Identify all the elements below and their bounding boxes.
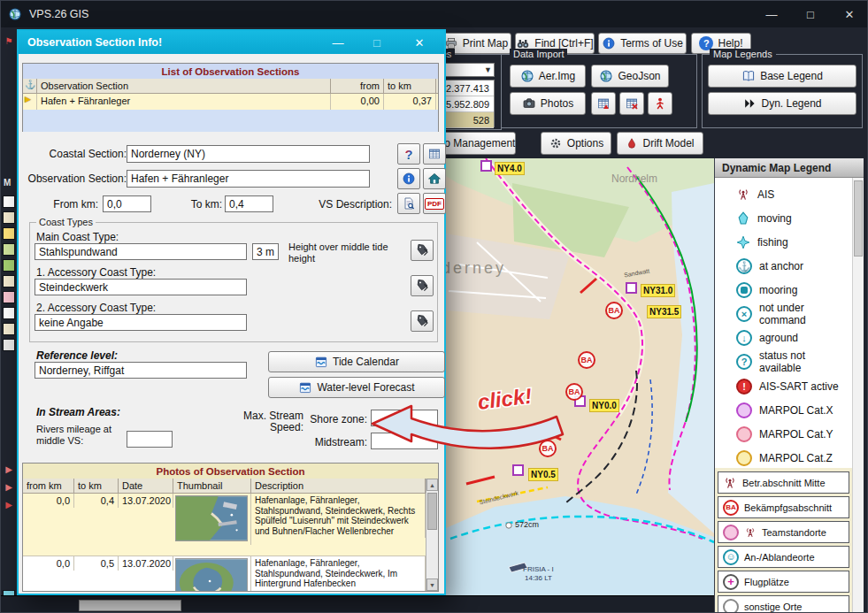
scroll-up-icon[interactable]: ▲ (426, 479, 438, 491)
photo-thumbnail[interactable] (173, 494, 251, 545)
photos-scrollbar-thumb[interactable] (427, 493, 437, 530)
vs-description-label: VS Description: (284, 198, 392, 211)
station-marker[interactable] (626, 282, 637, 294)
reference-level-input[interactable] (35, 362, 247, 379)
column-header[interactable]: from km (23, 479, 74, 493)
globe-icon (599, 69, 613, 83)
vs-description-doc-button[interactable] (397, 193, 420, 214)
left-toolbar-strip: ⚑ M ▶ ▶ ▶ (1, 27, 17, 613)
import-table-button[interactable] (591, 92, 616, 115)
left-strip-swatch (3, 211, 15, 224)
legend-item-label: at anchor (759, 260, 803, 272)
delete-table-button[interactable] (619, 92, 644, 115)
section-table-button[interactable] (423, 143, 446, 165)
window-maximize-button[interactable]: □ (791, 1, 830, 27)
column-header[interactable]: to km (384, 79, 436, 93)
options-button[interactable]: Options (541, 132, 611, 155)
tide-calendar-button[interactable]: Tide Calendar (268, 351, 445, 372)
terms-of-use-button[interactable]: Terms of Use (598, 33, 687, 54)
info-icon (402, 172, 416, 186)
aerial-image-button[interactable]: Aer.Img (510, 65, 586, 88)
height-input[interactable] (252, 243, 279, 260)
legend-item-label: MARPOL Cat.Y (759, 428, 833, 441)
options-label: Options (567, 137, 603, 149)
observation-section-input[interactable] (127, 170, 370, 188)
to-km-input[interactable] (225, 195, 273, 212)
photo-row[interactable]: 0,0 0,4 13.07.2020 Hafenanlage, Fähranle… (23, 494, 438, 556)
ba-marker[interactable]: BA (605, 302, 623, 319)
anchor-icon: ⚓ (736, 258, 752, 274)
station-label[interactable]: NY4.0 (495, 162, 525, 175)
accessory1-tags-button[interactable] (411, 275, 434, 296)
left-strip-swatch (3, 291, 15, 303)
section-info-button[interactable] (397, 168, 420, 189)
station-label[interactable]: NY0.0 (589, 399, 619, 412)
main-coast-type-input[interactable] (35, 243, 247, 260)
ba-marker[interactable]: BA (578, 351, 595, 369)
rivers-mileage-input[interactable] (127, 431, 173, 448)
accessory2-tags-button[interactable] (411, 310, 434, 332)
coastal-section-input[interactable] (127, 145, 370, 163)
team-circle-icon (723, 525, 739, 540)
shore-zone-input[interactable] (371, 410, 438, 426)
geojson-button[interactable]: GeoJson (591, 65, 669, 88)
coast-types-label: Coast Types (36, 217, 96, 227)
ba-marker[interactable]: BA (565, 383, 583, 401)
scroll-down-icon[interactable]: ▼ (426, 579, 438, 591)
app-globe-icon (8, 7, 22, 21)
aerial-photo-placeholder (175, 558, 248, 592)
legend-scrollbar-thumb[interactable] (854, 180, 863, 257)
window-title: VPS.26 GIS (29, 8, 88, 20)
photo-thumbnail[interactable] (173, 556, 251, 592)
photos-scrollbar[interactable]: ▲ ▼ (426, 479, 438, 591)
legend-item-label: Betr.abschnitt Mitte (742, 478, 826, 488)
marpol-x-icon (736, 402, 752, 418)
station-label[interactable]: NY0.5 (528, 468, 558, 481)
column-header[interactable]: Observation Section (37, 79, 331, 93)
legend-item-label: Flugplätze (744, 577, 789, 587)
photo-row[interactable]: 0,0 0,5 13.07.2020 Hafenanlage, Fähranle… (23, 556, 438, 592)
column-header[interactable]: to km (74, 479, 119, 493)
track-person-button[interactable] (648, 92, 672, 115)
column-header[interactable]: Description (251, 479, 426, 493)
window-close-button[interactable]: ✕ (830, 1, 868, 27)
accessory2-label: 2. Accessory Coast Type: (36, 302, 156, 314)
ba-circle-icon: BA (723, 500, 739, 516)
station-marker[interactable] (512, 464, 524, 476)
column-header[interactable]: Thumbnail (173, 479, 251, 493)
pdf-icon: PDF (425, 198, 444, 210)
dialog-minimize-button[interactable]: — (325, 34, 351, 51)
station-label[interactable]: NY31.0 (641, 284, 675, 297)
vs-description-pdf-button[interactable]: PDF (423, 193, 446, 214)
main-coast-tags-button[interactable] (411, 240, 434, 261)
photos-import-button[interactable]: Photos (510, 92, 586, 115)
legend-scrollbar[interactable] (852, 178, 864, 613)
gear-icon (549, 136, 563, 150)
ba-marker[interactable]: BA (539, 440, 557, 457)
from-km-input[interactable] (103, 195, 151, 212)
base-legend-button[interactable]: Base Legend (708, 65, 856, 88)
accessory1-input[interactable] (35, 279, 247, 295)
accessory2-input[interactable] (35, 314, 247, 331)
colored-help-button[interactable]: ? (397, 143, 420, 165)
window-minimize-button[interactable]: — (752, 1, 791, 27)
dyn-legend-button[interactable]: Dyn. Legend (708, 92, 856, 115)
midstream-input[interactable] (371, 433, 438, 449)
column-header[interactable]: Date (119, 479, 173, 493)
dialog-maximize-button[interactable]: □ (364, 34, 390, 51)
dialog-close-button[interactable]: ✕ (406, 34, 433, 51)
window-titlebar[interactable]: VPS.26 GIS — □ ✕ (1, 1, 868, 27)
observation-list-row[interactable]: ▶ Hafen + Fähranleger 0,00 0,37 (23, 94, 438, 110)
tide-calendar-icon (314, 355, 328, 369)
water-level-forecast-button[interactable]: Water-level Forecast (268, 377, 445, 398)
home-button[interactable] (423, 168, 446, 189)
station-label[interactable]: NY31.5 (647, 305, 681, 318)
tags-icon (415, 314, 429, 328)
find-label: Find [Ctrl+F] (534, 37, 593, 50)
photo-description-cell: Hafenanlage, Fähranleger, Stahlspundwand… (251, 556, 426, 591)
station-marker[interactable] (480, 160, 492, 172)
column-header[interactable]: from (331, 79, 384, 93)
ship-name-label[interactable]: FRISIA - I (523, 565, 554, 573)
legend-item-ais: AIS (715, 183, 849, 206)
drift-model-button[interactable]: Drift Model (617, 132, 703, 155)
